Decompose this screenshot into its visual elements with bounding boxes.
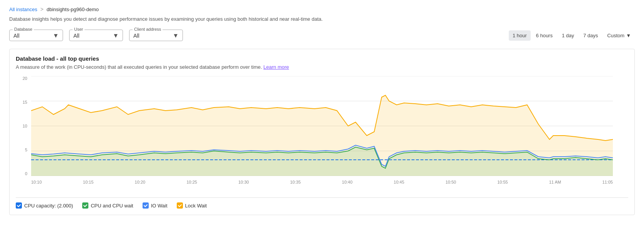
filters-row: Database All ▼ User All ▼ Client address…	[9, 30, 635, 41]
all-instances-link[interactable]: All instances	[9, 7, 37, 12]
chart-legend: CPU capacity: (2.000) CPU and CPU wait I…	[16, 197, 628, 209]
legend-cpu-capacity-checkbox[interactable]	[16, 202, 22, 209]
legend-lock-wait-label: Lock Wait	[185, 203, 207, 209]
user-select[interactable]: All ▼	[73, 31, 119, 39]
user-value: All	[73, 33, 80, 39]
y-label-20: 20	[23, 76, 27, 81]
legend-cpu-capacity-label: CPU capacity: (2.000)	[24, 203, 73, 209]
custom-dropdown-icon: ▼	[626, 33, 631, 38]
legend-cpu-capacity[interactable]: CPU capacity: (2.000)	[16, 202, 73, 209]
x-axis: 10:10 10:15 10:20 10:25 10:30 10:35 10:4…	[31, 177, 613, 191]
client-address-select[interactable]: All ▼	[133, 31, 179, 39]
legend-cpu-wait[interactable]: CPU and CPU wait	[82, 202, 133, 209]
y-label-15: 15	[23, 100, 27, 104]
x-label-1010: 10:10	[31, 180, 42, 184]
chart-container: 20 15 10 5 0	[16, 76, 628, 191]
current-instance: dbinsights-pg960-demo	[46, 7, 99, 12]
user-filter-label: User	[73, 27, 85, 31]
legend-io-wait[interactable]: IO Wait	[143, 202, 168, 209]
x-label-1035: 10:35	[290, 180, 301, 184]
time-btn-6hours[interactable]: 6 hours	[532, 30, 556, 41]
x-label-1015: 10:15	[83, 180, 94, 184]
time-btn-7days[interactable]: 7 days	[579, 30, 602, 41]
chart-subtitle-text: A measure of the work (in CPU-seconds) t…	[16, 64, 262, 70]
client-address-dropdown-icon: ▼	[173, 32, 179, 39]
x-label-1040: 10:40	[342, 180, 353, 184]
y-label-5: 5	[25, 147, 27, 152]
chart-title: Database load - all top queries	[16, 55, 628, 62]
chart-svg	[31, 76, 613, 176]
breadcrumb: All instances > dbinsights-pg960-demo	[9, 6, 635, 12]
breadcrumb-separator: >	[40, 6, 43, 12]
database-dropdown-icon: ▼	[53, 32, 59, 39]
user-filter[interactable]: User All ▼	[69, 30, 123, 41]
x-label-11am: 11 AM	[549, 180, 561, 184]
time-btn-1day[interactable]: 1 day	[558, 30, 578, 41]
legend-lock-wait[interactable]: Lock Wait	[177, 202, 207, 209]
time-btn-custom[interactable]: Custom ▼	[603, 30, 635, 41]
legend-cpu-wait-label: CPU and CPU wait	[91, 203, 133, 209]
x-label-1105: 11:05	[602, 180, 613, 184]
client-address-filter[interactable]: Client address All ▼	[129, 30, 183, 41]
user-dropdown-icon: ▼	[113, 32, 119, 39]
client-address-filter-label: Client address	[133, 27, 163, 31]
legend-lock-wait-checkbox[interactable]	[177, 202, 183, 209]
time-controls: 1 hour 6 hours 1 day 7 days Custom ▼	[509, 30, 635, 41]
chart-drawing-area	[31, 76, 613, 176]
x-label-1025: 10:25	[186, 180, 197, 184]
x-label-1030: 10:30	[238, 180, 249, 184]
legend-io-wait-label: IO Wait	[151, 203, 168, 209]
page-subtitle: Database insights helps you detect and d…	[9, 16, 635, 22]
x-label-1045: 10:45	[394, 180, 405, 184]
y-axis: 20 15 10 5 0	[16, 76, 30, 176]
x-label-1055: 10:55	[497, 180, 508, 184]
chart-subtitle: A measure of the work (in CPU-seconds) t…	[16, 64, 628, 70]
database-select[interactable]: All ▼	[13, 31, 59, 39]
x-label-1020: 10:20	[135, 180, 146, 184]
learn-more-link[interactable]: Learn more	[264, 64, 289, 70]
time-btn-1hour[interactable]: 1 hour	[509, 30, 531, 41]
database-filter-label: Database	[13, 27, 34, 31]
database-value: All	[13, 33, 20, 39]
client-address-value: All	[133, 33, 139, 39]
legend-io-wait-checkbox[interactable]	[143, 202, 149, 209]
custom-label: Custom	[607, 33, 624, 38]
x-label-1050: 10:50	[445, 180, 456, 184]
page-container: All instances > dbinsights-pg960-demo Da…	[0, 0, 644, 221]
y-label-0: 0	[25, 171, 27, 176]
legend-cpu-wait-checkbox[interactable]	[82, 202, 88, 209]
y-label-10: 10	[23, 124, 27, 128]
chart-section: Database load - all top queries A measur…	[9, 49, 635, 215]
database-filter[interactable]: Database All ▼	[9, 30, 63, 41]
